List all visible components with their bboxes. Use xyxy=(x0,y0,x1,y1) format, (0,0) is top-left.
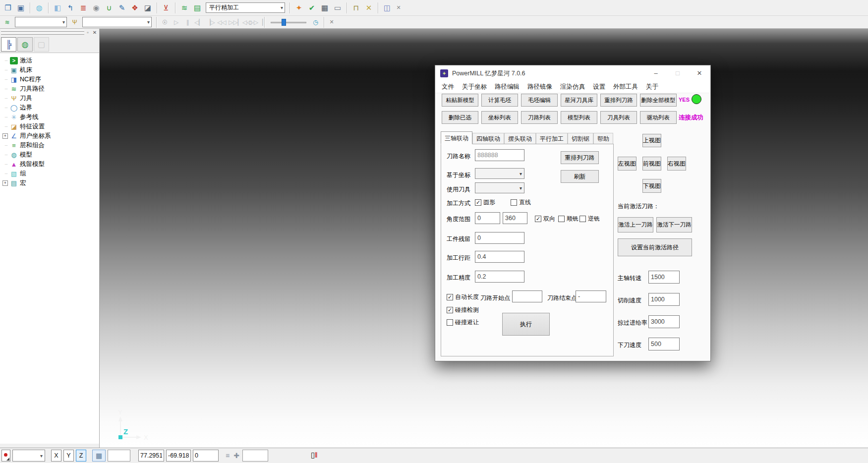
action-row1-button-2[interactable]: 毛坯编辑 xyxy=(521,94,558,107)
pause-icon[interactable]: ∥ xyxy=(182,17,193,27)
axis-jack-icon[interactable]: ✚ xyxy=(232,452,240,460)
panel-grip[interactable] xyxy=(1,33,84,35)
refresh-button[interactable]: 刷新 xyxy=(561,170,599,183)
tab-四轴联动[interactable]: 四轴联动 xyxy=(472,133,504,144)
tree-item[interactable]: ┄Ψ刀具 xyxy=(0,94,99,103)
tree-item[interactable]: ┄>激活 xyxy=(0,56,99,65)
axis-x-button[interactable]: X xyxy=(51,450,61,462)
tree-item[interactable]: ┄✳参考线 xyxy=(0,113,99,122)
action-row1-button-5[interactable]: 删除全部模型 xyxy=(640,94,677,107)
tool-combo[interactable]: ▾ xyxy=(82,17,152,27)
drilling-icon[interactable]: ⊻ xyxy=(160,2,172,14)
tree-item[interactable]: ┄◪特征设置 xyxy=(0,122,99,131)
tool-pair-icon[interactable]: ⊓ xyxy=(350,2,362,14)
start-point-input[interactable] xyxy=(512,290,542,302)
menu-item-3[interactable]: 路径镜像 xyxy=(523,83,556,91)
go-start-icon[interactable]: ▏◁◁ xyxy=(239,17,250,27)
start-point-icon[interactable]: ≣ xyxy=(77,2,89,14)
coord-z-field[interactable] xyxy=(193,450,219,462)
swap-axes-icon[interactable]: ✕ xyxy=(363,2,375,14)
tree-item[interactable]: ┄≋刀具路径 xyxy=(0,84,99,94)
tree-item[interactable]: ┄◍模型 xyxy=(0,150,99,160)
workplane-combo[interactable]: ▾ xyxy=(12,450,45,462)
simulate-check-icon[interactable]: ✔ xyxy=(306,2,318,14)
action-row2-button-3[interactable]: 模型列表 xyxy=(561,111,597,124)
cylinders-icon[interactable]: ◫ xyxy=(381,2,393,14)
menu-item-6[interactable]: 外部工具 xyxy=(609,83,642,91)
action-row2-button-2[interactable]: 刀路列表 xyxy=(521,111,558,124)
tool-mount-icon[interactable]: ◉ xyxy=(90,2,102,14)
action-row2-button-4[interactable]: 刀具列表 xyxy=(600,111,637,124)
menu-item-7[interactable]: 关于 xyxy=(642,83,662,91)
tab-帮助[interactable]: 帮助 xyxy=(593,133,613,144)
suppress-dialogs-icon[interactable]: ▯ ∥ xyxy=(310,451,320,461)
minimize-button[interactable]: – xyxy=(645,65,667,81)
spindle-speed-input[interactable] xyxy=(648,271,680,284)
rearrange-toolpath-button[interactable]: 重排列刀路 xyxy=(561,151,599,164)
expand-icon[interactable]: + xyxy=(2,180,8,186)
close-toolbar-icon[interactable]: ✕ xyxy=(394,2,403,14)
coordinate-list-icon[interactable]: ≡ xyxy=(225,452,231,460)
scatter-points-icon[interactable]: ❖ xyxy=(129,2,141,14)
strategy-combo[interactable]: 平行精加工▾ xyxy=(206,2,285,13)
collision-check-checkbox[interactable]: 碰撞检测 xyxy=(447,306,479,314)
clock-icon[interactable]: ◷ xyxy=(310,17,321,27)
shaded-view-icon[interactable]: ◍ xyxy=(33,2,45,14)
end-point-input[interactable] xyxy=(576,290,606,302)
stock-remain-input[interactable] xyxy=(475,232,524,244)
explorer-tree-tab[interactable]: ╠ xyxy=(1,37,16,52)
coord-y-field[interactable] xyxy=(166,450,191,462)
play-icon[interactable]: ▷ xyxy=(171,17,181,27)
fast-forward-icon[interactable]: ▷▷ xyxy=(228,17,238,27)
collision-avoid-checkbox[interactable]: 碰撞避让 xyxy=(447,318,479,327)
menu-item-2[interactable]: 路径编辑 xyxy=(491,83,523,91)
conventional-checkbox[interactable]: 逆铣 xyxy=(579,215,600,223)
dialog-titlebar[interactable]: ✦ PowerMILL 忆梦星河 7.0.6 – □ ✕ xyxy=(435,65,710,81)
rewind-icon[interactable]: ◁◁ xyxy=(217,17,227,27)
execute-button[interactable]: 执行 xyxy=(502,313,550,336)
toolpath-name-input[interactable] xyxy=(475,149,524,161)
step-forward-icon[interactable]: ▕▷ xyxy=(205,17,216,27)
action-row1-button-4[interactable]: 重排列刀路 xyxy=(600,94,637,107)
menu-item-1[interactable]: 关于坐标 xyxy=(458,83,491,91)
open-project-icon[interactable]: ❐ xyxy=(2,2,14,14)
tree-item[interactable]: ┄▧组 xyxy=(0,169,99,178)
block-icon[interactable]: ◧ xyxy=(52,2,63,14)
light-icon[interactable]: ☉ xyxy=(160,17,170,27)
action-row1-button-0[interactable]: 粘贴新模型 xyxy=(442,94,478,107)
menu-item-5[interactable]: 设置 xyxy=(589,83,609,91)
climb-checkbox[interactable]: 顺铣 xyxy=(558,215,579,223)
plunge-speed-input[interactable] xyxy=(648,338,680,350)
menu-item-0[interactable]: 文件 xyxy=(438,83,458,91)
tree-item[interactable]: ┄▲残留模型 xyxy=(0,160,99,169)
tolerance-field[interactable] xyxy=(242,450,268,462)
rapid-move-heights-icon[interactable]: ↰ xyxy=(64,2,76,14)
close-toolbar-icon[interactable]: ✕ xyxy=(327,17,336,27)
toolpath-icon[interactable]: ≋ xyxy=(178,2,190,14)
bidirectional-checkbox[interactable]: 双向 xyxy=(535,215,555,223)
panel-float-icon[interactable]: ▫ xyxy=(85,30,91,35)
step-back-icon[interactable]: ◁▏ xyxy=(194,17,204,27)
simulation-speed-slider[interactable] xyxy=(271,18,306,27)
stepover-input[interactable] xyxy=(475,251,524,263)
tab-三轴联动[interactable]: 三轴联动 xyxy=(441,131,472,144)
grid-snap-button[interactable]: ▦ xyxy=(92,450,106,462)
boundary-icon[interactable]: ∪ xyxy=(103,2,115,14)
action-row1-button-3[interactable]: 星河刀具库 xyxy=(561,94,597,107)
angle-to-input[interactable] xyxy=(503,212,527,224)
close-button[interactable]: ✕ xyxy=(689,65,710,81)
tab-摆头联动[interactable]: 摆头联动 xyxy=(504,133,536,144)
panel-close-icon[interactable]: ✕ xyxy=(92,30,98,35)
origin-indicator[interactable] xyxy=(1,450,10,462)
view-left-button[interactable]: 左视图 xyxy=(618,157,637,171)
tree-item[interactable]: ┄◯边界 xyxy=(0,103,99,113)
action-row2-button-1[interactable]: 坐标列表 xyxy=(481,111,518,124)
slider-handle[interactable] xyxy=(282,19,286,26)
menu-item-4[interactable]: 渲染仿真 xyxy=(556,83,589,91)
tree-item[interactable]: ┄≡层和组合 xyxy=(0,141,99,150)
view-front-button[interactable]: 前视图 xyxy=(642,157,661,171)
expand-icon[interactable]: + xyxy=(2,133,8,139)
panel-grip[interactable] xyxy=(1,30,84,32)
circle-checkbox[interactable]: 圆形 xyxy=(475,198,495,207)
go-end-icon[interactable]: ▷▷▕ xyxy=(251,17,261,27)
